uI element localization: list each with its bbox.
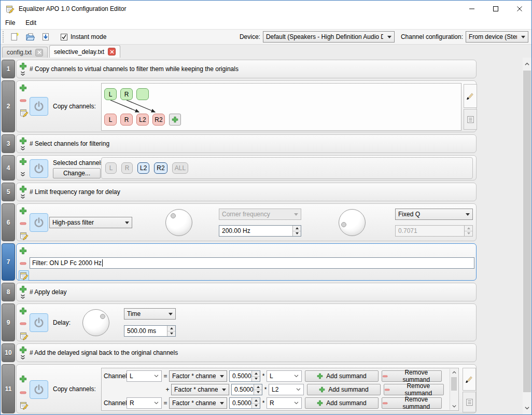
edit-row-button[interactable] bbox=[19, 230, 29, 241]
row-number[interactable]: 9 bbox=[2, 303, 15, 341]
summand-mode-select[interactable]: Factor * channel bbox=[169, 397, 227, 409]
row-panel-comment[interactable]: # Apply delay bbox=[16, 283, 477, 301]
scroll-up-icon[interactable] bbox=[450, 369, 458, 376]
edit-row-button[interactable] bbox=[19, 400, 29, 410]
collapse-icon[interactable] bbox=[20, 146, 25, 151]
add-row-icon[interactable] bbox=[19, 375, 27, 383]
summand-mode-select[interactable]: Factor * channel bbox=[169, 370, 227, 382]
remove-row-icon[interactable] bbox=[19, 320, 27, 327]
channel-option[interactable]: R bbox=[121, 162, 133, 174]
power-toggle[interactable] bbox=[30, 97, 48, 116]
row-number[interactable]: 4 bbox=[2, 155, 15, 181]
add-row-icon[interactable] bbox=[19, 185, 27, 193]
row-panel-comment[interactable]: # Add the delayed signal back to the ori… bbox=[16, 343, 477, 362]
add-row-icon[interactable] bbox=[19, 137, 27, 145]
factor-spinbox[interactable]: 0.5000 bbox=[229, 397, 260, 409]
frequency-spinbox[interactable]: 200.00 Hz bbox=[219, 225, 301, 237]
q-param-select[interactable]: Fixed Q bbox=[395, 209, 473, 220]
add-row-icon[interactable] bbox=[19, 62, 27, 70]
target-channel-select[interactable]: R bbox=[127, 397, 162, 409]
spinner-buttons[interactable] bbox=[167, 326, 175, 336]
remove-summand-button[interactable]: Remove summand bbox=[384, 384, 444, 395]
row-panel-delay[interactable]: Delay: Time 500.00 ms bbox=[16, 303, 477, 341]
power-toggle[interactable] bbox=[30, 213, 48, 232]
target-channel-box[interactable]: L2 bbox=[136, 114, 149, 126]
add-row-icon[interactable] bbox=[19, 285, 27, 293]
menu-file[interactable]: File bbox=[1, 18, 20, 29]
channel-option[interactable]: L bbox=[105, 162, 117, 174]
target-channel-box[interactable]: L bbox=[104, 114, 117, 126]
edit-row-button[interactable] bbox=[19, 330, 29, 341]
add-row-icon[interactable] bbox=[19, 247, 27, 255]
spinner-buttons[interactable] bbox=[292, 226, 301, 236]
target-channel-select[interactable]: L bbox=[127, 370, 162, 382]
row-number[interactable]: 3 bbox=[2, 134, 15, 153]
power-toggle[interactable] bbox=[30, 380, 48, 399]
remove-summand-button[interactable]: Remove summand bbox=[382, 370, 442, 382]
toolbar-handle[interactable] bbox=[3, 31, 6, 43]
menu-edit[interactable]: Edit bbox=[20, 18, 41, 29]
scroll-down-icon[interactable] bbox=[450, 403, 458, 410]
remove-row-icon[interactable] bbox=[19, 96, 27, 104]
source-channel-select[interactable]: L2 bbox=[269, 384, 304, 395]
add-row-icon[interactable] bbox=[19, 346, 27, 354]
tab-selective-delay[interactable]: selective_delay.txt bbox=[49, 45, 120, 58]
channel-option-selected[interactable]: L2 bbox=[137, 162, 149, 174]
edit-row-button-active[interactable] bbox=[19, 270, 29, 281]
source-channel-box[interactable]: L bbox=[104, 88, 117, 100]
remove-summand-button[interactable]: Remove summand bbox=[382, 397, 442, 409]
scroll-down-icon[interactable] bbox=[523, 404, 531, 412]
tab-config[interactable]: config.txt bbox=[2, 47, 48, 58]
instant-mode-toggle[interactable]: Instant mode bbox=[61, 33, 106, 40]
add-row-icon[interactable] bbox=[19, 207, 27, 215]
remove-row-icon[interactable] bbox=[19, 219, 27, 227]
source-channel-box[interactable]: R bbox=[120, 88, 133, 100]
maximize-button[interactable] bbox=[484, 1, 508, 17]
add-summand-button[interactable]: Add summand bbox=[305, 397, 379, 409]
add-channel-button[interactable] bbox=[169, 114, 181, 126]
factor-spinbox[interactable]: 0.5000 bbox=[231, 384, 262, 395]
collapse-icon[interactable] bbox=[20, 71, 25, 76]
row-number[interactable]: 8 bbox=[2, 283, 15, 301]
add-row-icon[interactable] bbox=[19, 307, 27, 315]
row-panel-selected-channels[interactable]: Selected channels: Change... L R L2 R2 A… bbox=[16, 155, 477, 181]
row-panel-copy-channels-2[interactable]: Copy channels: Channel L = Factor * chan… bbox=[16, 364, 477, 413]
q-spinbox[interactable]: 0.7071 bbox=[395, 225, 473, 237]
scrollbar-thumb[interactable] bbox=[451, 377, 457, 391]
tab-close-icon[interactable] bbox=[108, 48, 116, 56]
target-channel-box[interactable]: R2 bbox=[152, 114, 165, 126]
main-scrollbar[interactable] bbox=[523, 58, 531, 414]
graph-view-button[interactable] bbox=[463, 368, 476, 391]
row-panel-copy-channels[interactable]: Copy channels: L R L R L2 R2 bbox=[16, 80, 477, 132]
filter-type-select[interactable]: High-pass filter bbox=[49, 217, 132, 228]
scroll-up-icon[interactable] bbox=[523, 60, 531, 68]
factor-spinbox[interactable]: 0.5000 bbox=[229, 370, 260, 382]
graph-view-button[interactable] bbox=[464, 84, 477, 108]
add-summand-button[interactable]: Add summand bbox=[305, 370, 379, 382]
summand-scrollbar[interactable] bbox=[450, 369, 458, 410]
channel-config-select[interactable]: From device (Stereo) bbox=[466, 31, 528, 43]
spinner-buttons[interactable] bbox=[251, 398, 260, 408]
target-channel-box[interactable]: R bbox=[120, 114, 133, 126]
collapse-icon[interactable] bbox=[20, 172, 25, 177]
row-number[interactable]: 10 bbox=[2, 343, 15, 362]
summand-mode-select[interactable]: Factor * channel bbox=[171, 384, 229, 395]
channel-option-selected[interactable]: R2 bbox=[154, 162, 167, 174]
row-panel-comment[interactable]: # Copy channels to virtual channels to f… bbox=[16, 60, 477, 78]
frequency-knob[interactable] bbox=[165, 209, 192, 236]
collapse-icon[interactable] bbox=[20, 294, 25, 299]
spinner-buttons[interactable] bbox=[464, 226, 472, 236]
list-view-button[interactable] bbox=[464, 109, 477, 130]
delay-knob[interactable] bbox=[82, 309, 109, 336]
add-row-icon[interactable] bbox=[19, 84, 27, 92]
q-knob[interactable] bbox=[339, 209, 366, 236]
change-channels-button[interactable]: Change... bbox=[53, 168, 101, 178]
row-number[interactable]: 1 bbox=[2, 60, 15, 78]
edit-row-button[interactable] bbox=[19, 107, 29, 118]
delay-unit-select[interactable]: Time bbox=[124, 308, 176, 320]
source-channel-select[interactable]: R bbox=[267, 397, 302, 409]
list-view-button[interactable] bbox=[463, 392, 476, 412]
close-button[interactable] bbox=[508, 1, 531, 17]
row-panel-command-edit[interactable]: Filter: ON LP Fc 2000 Hz bbox=[16, 243, 477, 281]
spinner-buttons[interactable] bbox=[251, 371, 260, 381]
